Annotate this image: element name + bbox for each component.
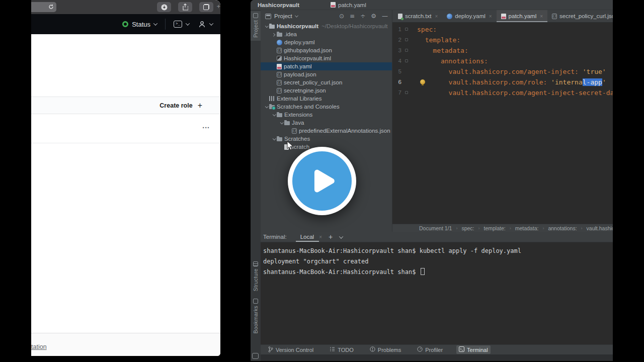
chevron-open-icon[interactable] <box>264 106 269 108</box>
create-role-label: Create role <box>159 102 192 109</box>
editor-tab-scratch-txt[interactable]: scratch.txt× <box>393 10 442 22</box>
fold-marker-icon[interactable] <box>405 38 408 41</box>
code-editor[interactable]: 1spec:2 template:3 metadata:4 annotation… <box>392 23 613 224</box>
chevron-open-icon[interactable] <box>271 138 277 140</box>
screens-toggle-icon[interactable] <box>252 353 259 359</box>
tool-window-bar: Version ControlTODOProblemsProfilerTermi… <box>261 344 613 354</box>
console-menu[interactable]: >_ <box>174 21 189 28</box>
breadcrumb-separator-icon: › <box>510 226 511 231</box>
tree-item-label: secretngine.json <box>284 87 326 94</box>
close-icon[interactable]: × <box>435 14 438 19</box>
tree-item-java[interactable]: Java <box>261 119 392 127</box>
breadcrumb-bar: Document 1/1›spec:›template:›metadata:›a… <box>392 224 613 232</box>
fold-marker-icon[interactable] <box>405 59 408 62</box>
lib-icon <box>269 96 275 101</box>
line-number: 5 <box>392 66 401 77</box>
chevron-open-icon[interactable] <box>264 25 269 28</box>
tree-item-label: .idea <box>284 31 297 37</box>
tool-button-label: Terminal <box>467 347 488 353</box>
title-project-name: Hashicorpvault <box>258 2 299 8</box>
tree-item-patch-yaml[interactable]: patch.yaml <box>261 62 392 70</box>
chevron-down-icon[interactable] <box>340 234 343 240</box>
chevron-down-icon[interactable] <box>295 14 298 17</box>
tree-item-scratches-and-consoles[interactable]: Scratches and Consoles <box>261 103 392 111</box>
address-bar[interactable] <box>31 2 56 12</box>
create-role-button[interactable]: Create role + <box>159 102 202 110</box>
tool-button-project[interactable]: Project <box>251 11 261 41</box>
downloads-button[interactable] <box>157 2 171 12</box>
tree-item-external-libraries[interactable]: External Libraries <box>261 95 392 103</box>
tool-button-problems[interactable]: Problems <box>367 345 404 354</box>
user-menu[interactable] <box>198 21 213 28</box>
breadcrumb-metadata[interactable]: metadata: <box>515 225 539 231</box>
row-menu-button[interactable]: ... <box>202 123 210 128</box>
editor-tab-secret-policy-curl-json[interactable]: secret_policy_curl.json× <box>547 10 613 22</box>
code-text: vault.hashicorp.com/agent-inject-secret-… <box>417 87 613 98</box>
fold-marker-icon[interactable] <box>405 28 408 31</box>
tree-item-secret-policy-curl-json[interactable]: secret_policy_curl.json <box>261 78 392 86</box>
line-number: 6 <box>392 77 401 87</box>
tree-item-secretngine-json[interactable]: secretngine.json <box>261 86 392 95</box>
tree-item-predefinedexternalannotations-json[interactable]: predefinedExternalAnnotations.json <box>261 127 392 135</box>
tree-item-label: Scratches and Consoles <box>277 104 340 110</box>
new-tab-plus-icon[interactable]: + <box>216 3 220 10</box>
status-menu[interactable]: Status <box>122 21 157 28</box>
tabs-button[interactable] <box>199 2 213 12</box>
tree-item-hashicorpvault-iml[interactable]: Hashicorpvault.iml <box>261 54 392 62</box>
tool-button-label: Problems <box>378 347 401 353</box>
close-icon[interactable]: × <box>319 234 322 240</box>
code-text: vault.hashicorp.com/agent-inject: 'true' <box>417 66 606 77</box>
project-view-label[interactable]: Project <box>274 13 292 19</box>
breadcrumb-annotations[interactable]: annotations: <box>548 225 577 231</box>
chevron-open-icon[interactable] <box>279 122 284 124</box>
tree-item-hashicorpvault[interactable]: Hashicorpvault~/Desktop/Hashicorpvault <box>261 22 392 30</box>
tree-item-githubpayload-json[interactable]: githubpayload.json <box>261 46 392 54</box>
reload-icon[interactable] <box>48 3 54 12</box>
tree-item-deploy-yaml[interactable]: deploy.yaml <box>261 38 392 46</box>
fold-marker-icon[interactable] <box>405 49 408 52</box>
editor-tab-patch-yaml[interactable]: patch.yaml× <box>497 10 547 22</box>
hide-icon[interactable]: — <box>382 13 388 19</box>
profiler-icon <box>417 346 423 353</box>
settings-icon[interactable]: ⚙ <box>371 13 376 19</box>
page-footer: tation <box>31 333 220 356</box>
breadcrumb-document-1-1[interactable]: Document 1/1 <box>419 225 452 231</box>
editor-area: scratch.txt×deploy.yaml×patch.yaml×secre… <box>392 10 613 232</box>
tree-item-scratches[interactable]: Scratches <box>261 135 392 143</box>
txt-icon <box>398 14 403 19</box>
breadcrumb-spec[interactable]: spec: <box>461 225 474 231</box>
tool-button-terminal[interactable]: Terminal <box>456 345 491 354</box>
chevron-open-icon[interactable] <box>271 114 277 116</box>
tool-button-bookmarks[interactable]: Bookmarks <box>253 299 259 333</box>
tool-button-label: Version Control <box>276 347 313 353</box>
tree-item-label: secret_policy_curl.json <box>284 79 342 85</box>
editor-tab-deploy-yaml[interactable]: deploy.yaml× <box>442 10 496 22</box>
tree-item-payload-json[interactable]: payload.json <box>261 70 392 78</box>
documentation-link[interactable]: tation <box>31 343 47 350</box>
split-icon[interactable]: ÷ <box>360 13 365 19</box>
new-terminal-icon[interactable]: + <box>329 233 333 240</box>
status-strip <box>261 354 613 361</box>
json-icon <box>277 80 282 85</box>
tool-button-profiler[interactable]: Profiler <box>415 345 445 354</box>
breadcrumb-vault-hashic[interactable]: vault.hashic <box>587 225 613 231</box>
mouse-cursor <box>287 141 294 151</box>
tool-button-todo[interactable]: TODO <box>327 345 356 354</box>
collapse-all-icon[interactable]: ≡ <box>350 13 355 19</box>
close-icon[interactable]: × <box>489 14 492 19</box>
close-icon[interactable]: × <box>540 14 543 19</box>
breadcrumb-template[interactable]: template: <box>484 225 505 231</box>
terminal-tab-local[interactable]: Local <box>300 232 314 242</box>
tool-button-structure[interactable]: Structure <box>253 261 259 291</box>
tool-button-project-label: Project <box>253 20 259 38</box>
tree-item-label: External Libraries <box>277 96 321 102</box>
fold-marker-icon[interactable] <box>405 91 408 94</box>
tool-button-version-control[interactable]: Version Control <box>266 345 316 354</box>
terminal-output[interactable]: shantanus-MacBook-Air:Hashicorpvault sha… <box>261 242 613 278</box>
tree-item-idea[interactable]: .idea <box>261 30 392 38</box>
locate-icon[interactable]: ⊙ <box>339 13 344 19</box>
video-play-button[interactable] <box>288 147 356 215</box>
chevron-closed-icon[interactable] <box>271 33 277 36</box>
share-button[interactable] <box>178 2 192 12</box>
tree-item-extensions[interactable]: Extensions <box>261 111 392 119</box>
